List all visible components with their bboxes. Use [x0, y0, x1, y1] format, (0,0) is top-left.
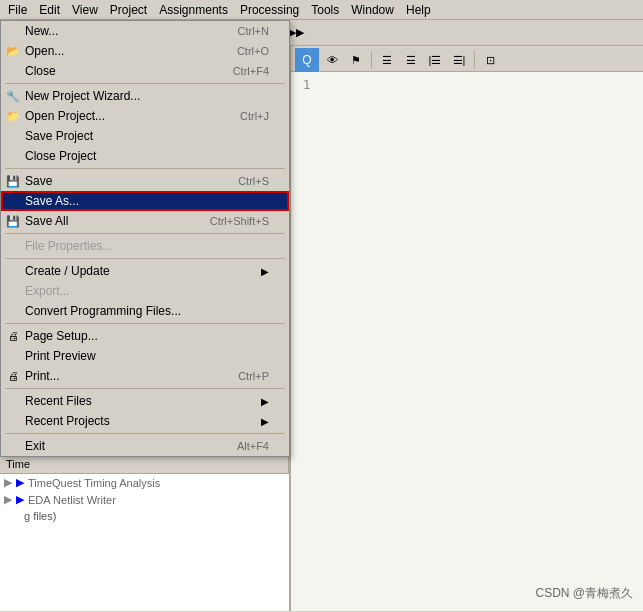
menubar-processing[interactable]: Processing [234, 1, 305, 19]
task-label-2: EDA Netlist Writer [28, 494, 116, 506]
menu-item-close-project-label: Close Project [25, 149, 96, 163]
menu-item-save-as-label: Save As... [25, 194, 79, 208]
menu-item-open-label: Open... [25, 44, 64, 58]
right-btn-8[interactable]: ⊡ [479, 49, 501, 71]
task-row-1[interactable]: ▶ ▶ TimeQuest Timing Analysis [0, 474, 289, 491]
menubar-assignments[interactable]: Assignments [153, 1, 234, 19]
menu-item-convert-programming-label: Convert Programming Files... [25, 304, 181, 318]
menubar-project[interactable]: Project [104, 1, 153, 19]
menu-item-recent-projects-label: Recent Projects [25, 414, 110, 428]
task-note-text: g files) [24, 510, 56, 522]
right-btn-5[interactable]: ☰ [400, 49, 422, 71]
task-expand-1: ▶ [4, 476, 12, 489]
menu-item-save-shortcut: Ctrl+S [238, 175, 269, 187]
sep-5 [5, 323, 285, 324]
menubar-edit[interactable]: Edit [33, 1, 66, 19]
right-btn-2[interactable]: 👁 [321, 49, 343, 71]
menu-item-new-project-wizard[interactable]: 🔧 New Project Wizard... [1, 86, 289, 106]
sep-1 [5, 83, 285, 84]
menu-item-save-as[interactable]: Save As... [1, 191, 289, 211]
right-btn-4[interactable]: ☰ [376, 49, 398, 71]
save-all-icon: 💾 [5, 213, 21, 229]
menu-item-open[interactable]: 📂 Open... Ctrl+O [1, 41, 289, 61]
menubar-file[interactable]: File [2, 1, 33, 19]
file-menu-dropdown: New... Ctrl+N 📂 Open... Ctrl+O Close Ctr… [0, 20, 290, 457]
menu-item-close-project[interactable]: Close Project [1, 146, 289, 166]
menu-item-export: Export... [1, 281, 289, 301]
menu-item-recent-files-label: Recent Files [25, 394, 92, 408]
menu-item-new-shortcut: Ctrl+N [238, 25, 269, 37]
menu-item-save[interactable]: 💾 Save Ctrl+S [1, 171, 289, 191]
print-icon: 🖨 [5, 368, 21, 384]
task-row-2[interactable]: ▶ ▶ EDA Netlist Writer [0, 491, 289, 508]
task-play-2: ▶ [16, 493, 24, 506]
menu-item-recent-projects[interactable]: Recent Projects ▶ [1, 411, 289, 431]
menu-item-create-update-label: Create / Update [25, 264, 110, 278]
menu-item-page-setup[interactable]: 🖨 Page Setup... [1, 326, 289, 346]
menubar-help[interactable]: Help [400, 1, 437, 19]
task-play-1: ▶ [16, 476, 24, 489]
recent-files-arrow: ▶ [261, 396, 269, 407]
menu-item-exit[interactable]: Exit Alt+F4 [1, 436, 289, 456]
menu-item-open-shortcut: Ctrl+O [237, 45, 269, 57]
recent-projects-arrow: ▶ [261, 416, 269, 427]
menu-item-new[interactable]: New... Ctrl+N [1, 21, 289, 41]
sep-2 [5, 168, 285, 169]
menubar: File Edit View Project Assignments Proce… [0, 0, 643, 20]
menubar-view[interactable]: View [66, 1, 104, 19]
page-setup-icon: 🖨 [5, 328, 21, 344]
menu-item-create-update[interactable]: Create / Update ▶ [1, 261, 289, 281]
menu-item-file-properties: File Properties... [1, 236, 289, 256]
task-label-1: TimeQuest Timing Analysis [28, 477, 160, 489]
menubar-tools[interactable]: Tools [305, 1, 345, 19]
line-number-1: 1 [295, 76, 639, 94]
menu-item-page-setup-label: Page Setup... [25, 329, 98, 343]
menu-item-print[interactable]: 🖨 Print... Ctrl+P [1, 366, 289, 386]
sep-3 [5, 233, 285, 234]
right-panel: Q 👁 ⚑ ☰ ☰ |☰ ☰| ⊡ 1 [290, 46, 643, 611]
menu-item-close-label: Close [25, 64, 56, 78]
menu-item-print-shortcut: Ctrl+P [238, 370, 269, 382]
menu-item-recent-files[interactable]: Recent Files ▶ [1, 391, 289, 411]
table-header: Time [0, 454, 289, 474]
right-sep-1 [371, 51, 372, 69]
create-update-arrow: ▶ [261, 266, 269, 277]
task-expand-2: ▶ [4, 493, 12, 506]
right-btn-1[interactable]: Q [295, 48, 319, 72]
menu-item-open-project[interactable]: 📁 Open Project... Ctrl+J [1, 106, 289, 126]
menu-item-save-project-label: Save Project [25, 129, 93, 143]
task-note: g files) [0, 508, 289, 524]
menu-item-save-project[interactable]: Save Project [1, 126, 289, 146]
right-sep-2 [474, 51, 475, 69]
menubar-window[interactable]: Window [345, 1, 400, 19]
right-toolbar: Q 👁 ⚑ ☰ ☰ |☰ ☰| ⊡ [291, 46, 643, 72]
editor-content: 1 [291, 72, 643, 611]
menu-item-save-all-shortcut: Ctrl+Shift+S [210, 215, 269, 227]
right-btn-6[interactable]: |☰ [424, 49, 446, 71]
right-btn-7[interactable]: ☰| [448, 49, 470, 71]
sep-4 [5, 258, 285, 259]
menu-item-open-project-shortcut: Ctrl+J [240, 110, 269, 122]
menu-item-convert-programming[interactable]: Convert Programming Files... [1, 301, 289, 321]
menu-item-export-label: Export... [25, 284, 70, 298]
compilation-content: Time ▶ ▶ TimeQuest Timing Analysis ▶ ▶ E… [0, 454, 289, 611]
menu-item-exit-label: Exit [25, 439, 45, 453]
menu-item-save-all[interactable]: 💾 Save All Ctrl+Shift+S [1, 211, 289, 231]
menu-item-exit-shortcut: Alt+F4 [237, 440, 269, 452]
menu-item-file-properties-label: File Properties... [25, 239, 112, 253]
compilation-panel: Compilation ☰ 📌 ✕ Time ▶ ▶ TimeQuest Tim… [0, 431, 289, 611]
menu-item-print-preview[interactable]: Print Preview [1, 346, 289, 366]
menu-item-close[interactable]: Close Ctrl+F4 [1, 61, 289, 81]
sep-7 [5, 433, 285, 434]
menu-item-print-label: Print... [25, 369, 60, 383]
open-project-icon: 📁 [5, 108, 21, 124]
menu-item-print-preview-label: Print Preview [25, 349, 96, 363]
wizard-icon: 🔧 [5, 88, 21, 104]
menu-item-save-all-label: Save All [25, 214, 68, 228]
open-icon: 📂 [5, 43, 21, 59]
menu-item-new-label: New... [25, 24, 58, 38]
menu-item-save-label: Save [25, 174, 52, 188]
menu-item-close-shortcut: Ctrl+F4 [233, 65, 269, 77]
right-btn-3[interactable]: ⚑ [345, 49, 367, 71]
menu-item-new-project-wizard-label: New Project Wizard... [25, 89, 140, 103]
